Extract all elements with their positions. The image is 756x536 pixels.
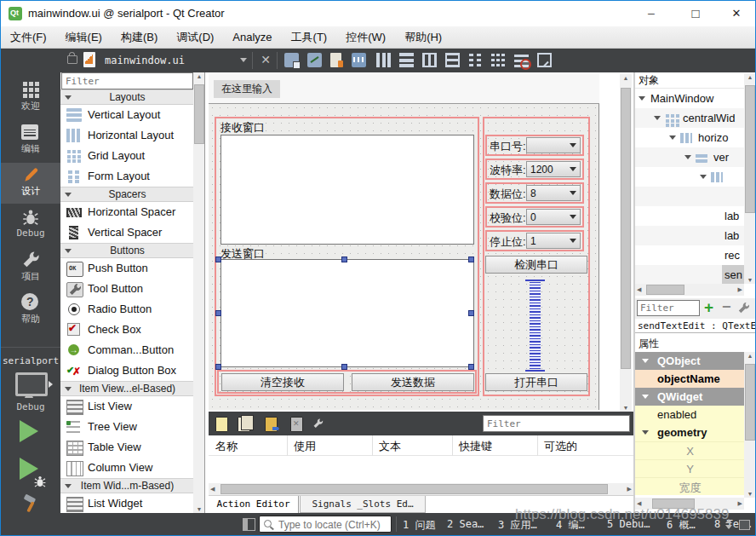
menu-item-调试(D)[interactable]: 调试(D) [167, 26, 223, 48]
property-filter-input[interactable] [637, 300, 700, 316]
status-pane-6 概…[interactable]: 6 概… [667, 518, 696, 533]
tree-row[interactable] [635, 187, 745, 206]
widget-category-Layouts[interactable]: Layouts [60, 89, 194, 105]
tree-row-horizo[interactable]: horizo [635, 128, 745, 147]
selection-handle[interactable] [215, 256, 221, 262]
form-vertical-scrollbar[interactable] [620, 74, 632, 412]
edit-tab-order-icon[interactable] [352, 53, 366, 67]
serial-setting-combobox[interactable]: 1 [526, 233, 581, 249]
tree-expander-icon[interactable] [654, 116, 661, 120]
serial-setting-row[interactable]: 停止位:1 [485, 230, 584, 251]
tree-expander-icon[interactable] [684, 155, 691, 159]
remove-dynamic-property-icon[interactable]: − [722, 298, 731, 316]
mode-编辑[interactable]: 编辑 [1, 120, 60, 161]
status-pane-1 问题[interactable]: 1 问题 [403, 518, 435, 533]
widget-item-Vertical Layout[interactable]: Vertical Layout [60, 105, 194, 125]
status-pane-5 Debu…[interactable]: 5 Debu… [607, 518, 650, 530]
tree-expander-icon[interactable] [700, 175, 707, 179]
mode-欢迎[interactable]: 欢迎 [1, 78, 60, 118]
widget-item-Horizontal Spacer[interactable]: Horizontal Spacer [60, 202, 194, 222]
menu-item-工具(T)[interactable]: 工具(T) [282, 26, 337, 48]
status-pane-4 编…[interactable]: 4 编… [556, 518, 585, 533]
edit-signals-slots-icon[interactable] [307, 53, 322, 67]
tree-row-ver[interactable]: ver [635, 147, 745, 167]
widget-item-Column View[interactable]: Column View [60, 458, 194, 478]
close-document-icon[interactable] [259, 53, 272, 66]
configure-actions-icon[interactable] [312, 417, 324, 430]
tree-row-centralWid[interactable]: centralWid [635, 108, 745, 128]
menu-item-文件(F)[interactable]: 文件(F) [1, 26, 56, 48]
paste-action-icon[interactable] [265, 417, 278, 432]
kit-selector-arrow-icon[interactable] [49, 381, 53, 388]
object-tree-horizontal-scrollbar[interactable] [635, 284, 744, 296]
action-editor-empty-list[interactable] [209, 456, 633, 483]
kit-selector-monitor-icon[interactable] [15, 372, 48, 396]
widget-category-Item Wid...m-Based)[interactable]: Item Wid...m-Based) [60, 478, 194, 493]
column-header-文本[interactable]: 文本 [379, 439, 401, 454]
edit-document-icon[interactable] [83, 52, 95, 67]
serial-setting-combobox[interactable]: 1200 [526, 161, 581, 177]
widget-category-Spacers[interactable]: Spacers [60, 187, 194, 202]
widget-item-Horizontal Layout[interactable]: Horizontal Layout [60, 125, 194, 146]
action-editor-horizontal-scrollbar[interactable] [209, 483, 633, 495]
serial-setting-row[interactable]: 校验位:0 [485, 206, 584, 228]
tree-expander-icon[interactable] [669, 135, 676, 140]
tree-row[interactable] [635, 167, 745, 187]
tree-row-MainWindow[interactable]: MainWindow [635, 89, 745, 108]
tree-row-lab[interactable]: lab [635, 206, 745, 226]
menu-type-here[interactable]: 在这里输入 [214, 80, 280, 98]
add-dynamic-property-icon[interactable]: + [704, 298, 713, 317]
copy-action-icon[interactable] [238, 417, 250, 432]
maximize-button[interactable] [676, 1, 715, 26]
property-row-geometry[interactable]: geometry [635, 424, 745, 441]
send-text-edit-selected[interactable] [220, 259, 474, 367]
tree-row-sen[interactable]: sen [635, 265, 745, 284]
document-dropdown-icon[interactable] [240, 58, 247, 62]
serial-setting-combobox[interactable] [526, 137, 581, 153]
edit-widgets-icon[interactable] [284, 53, 299, 67]
run-button[interactable] [20, 420, 38, 442]
widget-category-Buttons[interactable]: Buttons [60, 243, 194, 258]
tree-row-lab[interactable]: lab [635, 226, 745, 245]
widget-box-vertical-scrollbar[interactable] [193, 72, 205, 513]
menu-item-帮助(H)[interactable]: 帮助(H) [395, 26, 451, 48]
property-row-Y[interactable]: Y [635, 459, 745, 477]
widget-box-filter-input[interactable] [61, 72, 193, 89]
toggle-sidebar-icon[interactable] [243, 518, 255, 531]
menu-item-Analyze[interactable]: Analyze [223, 26, 281, 48]
output-pane-arrows-icon[interactable] [725, 519, 733, 529]
widget-category-Item View...el-Based)[interactable]: Item View...el-Based) [60, 381, 194, 396]
property-row-QObject[interactable]: QObject [635, 352, 745, 370]
serial-setting-combobox[interactable]: 0 [526, 209, 581, 225]
minimize-button[interactable] [632, 1, 671, 26]
widget-item-Grid Layout[interactable]: Grid Layout [60, 146, 194, 166]
break-layout-icon[interactable] [514, 53, 529, 67]
close-button[interactable] [717, 1, 756, 26]
column-header-使用[interactable]: 使用 [294, 439, 316, 454]
serial-setting-combobox[interactable]: 8 [526, 185, 581, 201]
column-header-可选的[interactable]: 可选的 [544, 439, 577, 454]
selection-handle[interactable] [341, 256, 347, 262]
mode-帮助[interactable]: 帮助 [1, 291, 60, 331]
detect-serial-button[interactable]: 检测串口 [485, 256, 587, 274]
property-settings-wrench-icon[interactable] [737, 302, 750, 314]
action-editor-filter-input[interactable] [483, 415, 630, 432]
adjust-size-icon[interactable] [537, 53, 552, 67]
send-data-button[interactable]: 发送数据 [352, 373, 474, 391]
layout-form-icon[interactable] [468, 53, 483, 67]
selection-handle[interactable] [468, 364, 474, 370]
serial-setting-row[interactable]: 波特率:1200 [485, 158, 584, 180]
edit-buddies-icon[interactable] [330, 53, 341, 67]
layout-vertically-icon[interactable] [399, 53, 414, 67]
tree-row-rec[interactable]: rec [635, 245, 745, 265]
output-pane-window-icon[interactable] [739, 520, 750, 530]
column-header-名称[interactable]: 名称 [215, 439, 238, 454]
property-row-enabled[interactable]: enabled [635, 406, 745, 424]
selection-handle[interactable] [468, 310, 474, 316]
widget-item-Dialog Button Box[interactable]: ✔✗Dialog Button Box [60, 360, 194, 381]
widget-item-List View[interactable]: List View [60, 396, 194, 417]
receive-text-edit[interactable] [220, 135, 474, 245]
menu-item-编辑(E)[interactable]: 编辑(E) [56, 26, 112, 48]
selection-handle[interactable] [215, 364, 221, 370]
locator-input[interactable] [277, 516, 391, 533]
